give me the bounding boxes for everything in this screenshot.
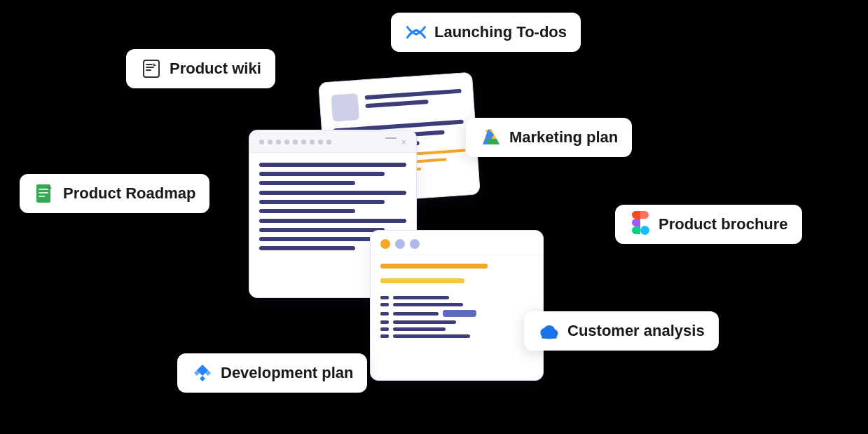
product-wiki-label: Product wiki: [170, 60, 261, 78]
svg-rect-0: [144, 60, 159, 77]
confluence-icon: [405, 21, 427, 43]
marketing-plan-label: Marketing plan: [509, 128, 618, 147]
badge-development-plan: Development plan: [177, 353, 367, 393]
product-brochure-label: Product brochure: [659, 215, 788, 233]
jira-icon: [191, 362, 214, 384]
product-roadmap-label: Product Roadmap: [63, 184, 195, 203]
svg-rect-7: [39, 196, 45, 197]
badge-launching-todos: Launching To-dos: [391, 13, 581, 52]
sheets-icon: [34, 182, 56, 205]
customer-analysis-label: Customer analysis: [567, 322, 705, 340]
figma-icon: [629, 213, 652, 236]
badge-product-wiki: Product wiki: [126, 49, 275, 88]
development-plan-label: Development plan: [221, 364, 353, 382]
svg-rect-6: [39, 192, 48, 194]
notion-icon: [140, 57, 163, 80]
cloud-icon: [538, 320, 560, 342]
svg-rect-13: [542, 334, 556, 339]
badge-product-brochure: Product brochure: [615, 205, 802, 244]
badge-product-roadmap: Product Roadmap: [20, 174, 209, 213]
svg-point-8: [640, 226, 649, 235]
doc-card-bottom: [370, 230, 544, 381]
launching-todos-label: Launching To-dos: [434, 23, 567, 41]
badge-marketing-plan: Marketing plan: [466, 118, 632, 157]
gdrive-icon: [480, 126, 502, 149]
svg-rect-5: [39, 189, 48, 190]
badge-customer-analysis: Customer analysis: [524, 311, 719, 351]
